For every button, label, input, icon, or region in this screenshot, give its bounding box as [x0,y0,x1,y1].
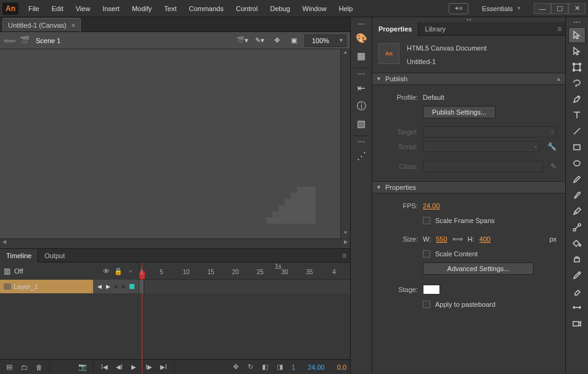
width-tool-icon[interactable] [568,299,586,315]
loop-icon[interactable]: ↻ [245,362,256,372]
new-folder-icon[interactable]: 🗀 [18,362,30,372]
ink-bottle-tool-icon[interactable] [568,251,586,267]
menu-control[interactable]: Control [230,2,264,15]
onion-outline-icon[interactable]: ◨ [274,362,285,372]
subselection-tool-icon[interactable] [568,43,586,59]
scale-content-checkbox[interactable] [423,250,430,258]
next-frame-icon[interactable]: I▶ [143,362,154,372]
stage-vertical-scrollbar[interactable]: ▲▼ [340,49,350,238]
eyedropper-tool-icon[interactable] [568,267,586,283]
brush-tool-icon[interactable] [568,187,586,203]
panel-menu-icon[interactable]: ≡ [342,251,346,260]
advanced-settings-button[interactable]: Advanced Settings... [423,262,534,275]
menu-debug[interactable]: Debug [264,2,296,15]
menu-file[interactable]: File [22,2,46,15]
line-tool-icon[interactable] [568,123,586,139]
layer-visible-dot[interactable] [115,285,118,288]
close-tab-icon[interactable]: × [71,22,75,29]
camera-icon[interactable]: 📷 [77,362,88,372]
pencil-tool-icon[interactable] [568,171,586,187]
menu-window[interactable]: Window [296,2,333,15]
window-close-button[interactable]: ✕ [568,3,586,14]
paint-bucket-tool-icon[interactable] [568,235,586,251]
delete-layer-icon[interactable]: 🗑 [33,362,44,372]
selection-tool-icon[interactable] [568,27,586,43]
info-panel-icon[interactable]: ⓘ [353,97,370,115]
clip-content-icon[interactable]: ▣ [287,35,301,47]
layer-name-cell[interactable]: Layer_1 [0,280,93,293]
section-properties-header[interactable]: ▼ Properties [372,181,565,193]
layer-outline-swatch[interactable] [129,284,134,289]
zoom-dropdown-icon[interactable]: ▼ [336,38,346,43]
first-frame-icon[interactable]: I◀ [99,362,110,372]
text-tool-icon[interactable] [568,107,586,123]
layer-next-icon[interactable]: ▶ [106,283,110,290]
stage-color-swatch[interactable] [423,285,440,295]
window-minimize-button[interactable]: — [534,3,551,14]
center-stage-icon[interactable]: ✥ [270,35,284,47]
menu-insert[interactable]: Insert [96,2,126,15]
swatches-panel-icon[interactable]: 🎨 [353,30,370,47]
layer-frames[interactable] [139,280,350,293]
tab-properties[interactable]: Properties [372,22,419,36]
outline-column-icon[interactable]: ▫ [126,267,135,275]
menu-view[interactable]: View [70,2,97,15]
menu-edit[interactable]: Edit [46,2,70,15]
section-up-icon[interactable]: ▲ [556,76,561,82]
layer-row[interactable]: Layer_1 ◀ ▶ [0,280,350,293]
width-field[interactable]: 550 [436,235,447,243]
zoom-control[interactable]: ▼ [304,35,346,47]
panel-menu-icon[interactable]: ≡ [557,25,561,33]
lasso-tool-icon[interactable] [568,75,586,91]
new-layer-icon[interactable]: ▤ [4,362,15,372]
document-tab[interactable]: Untitled-1 (Canvas) × [2,18,81,31]
tab-library[interactable]: Library [419,22,452,36]
edit-symbol-icon[interactable]: ✎▾ [253,35,266,47]
edit-scene-icon[interactable]: 🎬▾ [235,35,249,47]
center-frame-icon[interactable]: ✥ [230,362,241,372]
back-arrow-icon[interactable]: ⟸ [4,36,16,46]
menu-modify[interactable]: Modify [126,2,158,15]
free-transform-tool-icon[interactable] [568,59,586,75]
publish-settings-button[interactable]: Publish Settings... [423,106,496,118]
scene-name[interactable]: Scene 1 [36,37,60,44]
play-icon[interactable]: ▶ [128,362,139,372]
current-frame-value[interactable]: 1 [292,364,295,371]
layer-lock-dot[interactable] [122,285,125,288]
fps-value[interactable]: 24.00 [308,364,325,371]
fps-field[interactable]: 24.00 [423,202,440,209]
tab-timeline[interactable]: Timeline [0,249,38,262]
align-panel-icon[interactable]: ⇤ [353,79,370,97]
sync-settings-icon[interactable]: ✦≡ [449,3,468,14]
apply-pasteboard-checkbox[interactable] [423,301,430,308]
section-publish-header[interactable]: ▼ Publish ▲ [372,73,565,85]
timeline-ruler[interactable]: 1s 1 5 10 15 20 25 30 35 4 [139,262,350,280]
paint-brush-tool-icon[interactable] [568,203,586,219]
grid-panel-icon[interactable]: ▦ [353,47,370,65]
layer-prev-icon[interactable]: ◀ [97,283,102,290]
toggle-folder-icon[interactable]: ▥ [4,267,10,275]
pen-tool-icon[interactable] [568,91,586,107]
stage[interactable] [0,49,340,238]
menu-commands[interactable]: Commands [182,2,229,15]
window-maximize-button[interactable]: ▢ [551,3,568,14]
oval-tool-icon[interactable] [568,155,586,171]
lock-column-icon[interactable]: 🔒 [114,267,123,275]
menu-help[interactable]: Help [333,2,359,15]
menu-text[interactable]: Text [158,2,182,15]
camera-tool-icon[interactable] [568,315,586,331]
bone-tool-icon[interactable] [568,219,586,235]
scale-frame-spans-checkbox[interactable] [423,217,430,224]
link-dimensions-icon[interactable]: ⟺ [452,235,463,243]
components-panel-icon[interactable]: ⋰ [353,147,370,165]
height-field[interactable]: 400 [480,235,491,243]
last-frame-icon[interactable]: ▶I [158,362,169,372]
rectangle-tool-icon[interactable] [568,139,586,155]
keyframe-1[interactable] [139,280,144,293]
workspace-switcher[interactable]: Essentials ▼ [476,2,528,15]
transform-panel-icon[interactable]: ▧ [353,115,370,132]
zoom-input[interactable] [305,37,336,44]
eraser-tool-icon[interactable] [568,283,586,299]
onion-skin-icon[interactable]: ◧ [259,362,271,372]
tab-output[interactable]: Output [38,249,71,262]
